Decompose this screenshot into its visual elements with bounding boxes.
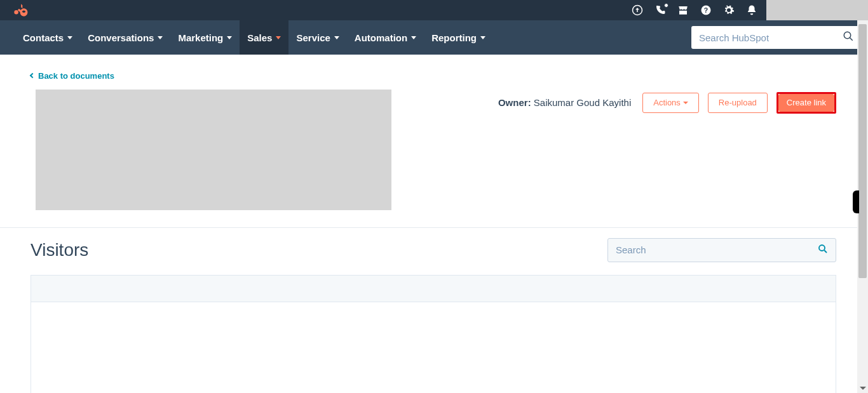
global-search [691, 26, 860, 49]
marketplace-icon[interactable] [677, 4, 689, 16]
chevron-down-icon [480, 36, 485, 39]
visitors-search-input[interactable] [607, 238, 836, 262]
nav-label: Marketing [178, 32, 223, 43]
visitors-search [607, 238, 836, 262]
calling-icon[interactable] [654, 4, 666, 16]
document-preview-placeholder [36, 90, 391, 210]
settings-icon[interactable] [723, 4, 735, 16]
create-link-highlight: Create link [776, 92, 836, 114]
upgrade-icon[interactable] [632, 4, 643, 16]
nav-automation[interactable]: Automation [347, 20, 424, 55]
owner-label: Owner: [498, 97, 531, 108]
nav-label: Automation [355, 32, 407, 43]
chevron-down-icon [67, 36, 72, 39]
nav-label: Reporting [431, 32, 477, 43]
visitors-table [31, 275, 836, 394]
chevron-down-icon [411, 36, 416, 39]
owner-display: Owner: Saikumar Goud Kayithi [498, 97, 631, 108]
nav-conversations[interactable]: Conversations [80, 20, 170, 55]
chevron-down-icon [158, 36, 163, 39]
document-actions: Owner: Saikumar Goud Kayithi Actions Re-… [498, 92, 836, 114]
primary-nav: Contacts Conversations Marketing Sales S… [0, 20, 868, 55]
nav-marketing[interactable]: Marketing [170, 20, 240, 55]
nav-label: Sales [247, 32, 272, 43]
global-search-input[interactable] [691, 26, 860, 49]
visitors-table-header [31, 276, 836, 302]
chevron-down-icon [334, 36, 339, 39]
nav-contacts[interactable]: Contacts [15, 20, 80, 55]
visitors-table-body [31, 302, 836, 394]
nav-reporting[interactable]: Reporting [424, 20, 493, 55]
create-link-button[interactable]: Create link [778, 94, 834, 112]
notifications-icon[interactable] [746, 4, 757, 16]
actions-dropdown[interactable]: Actions [642, 93, 699, 113]
chevron-down-icon [276, 36, 281, 39]
visitors-section: Visitors [0, 238, 868, 394]
nav-sales[interactable]: Sales [240, 20, 288, 55]
feedback-tab[interactable] [853, 190, 859, 213]
chevron-down-icon [683, 102, 688, 104]
visitors-heading: Visitors [31, 240, 88, 260]
page-content: Back to documents Owner: Saikumar Goud K… [0, 55, 868, 393]
hubspot-logo[interactable] [11, 3, 28, 19]
document-hero: Owner: Saikumar Goud Kayithi Actions Re-… [0, 90, 868, 228]
chevron-left-icon [30, 73, 35, 78]
nav-service[interactable]: Service [288, 20, 346, 55]
actions-label: Actions [653, 98, 681, 107]
back-label: Back to documents [38, 71, 114, 81]
scroll-down-arrow[interactable] [857, 382, 868, 393]
scrollbar-thumb[interactable] [858, 24, 867, 278]
reupload-label: Re-upload [719, 98, 757, 107]
account-menu[interactable] [766, 0, 868, 20]
create-link-label: Create link [787, 98, 826, 107]
svg-point-6 [819, 245, 825, 251]
svg-text:?: ? [704, 6, 708, 14]
back-to-documents-link[interactable]: Back to documents [31, 71, 114, 81]
reupload-button[interactable]: Re-upload [708, 93, 768, 113]
search-icon [817, 243, 829, 257]
chevron-down-icon [227, 36, 232, 39]
help-icon[interactable]: ? [700, 4, 712, 16]
topbar: ? [0, 0, 868, 20]
nav-label: Contacts [23, 32, 64, 43]
svg-point-0 [14, 10, 18, 14]
owner-name: Saikumar Goud Kayithi [534, 97, 631, 108]
topbar-actions: ? [632, 0, 761, 20]
nav-label: Service [296, 32, 330, 43]
nav-label: Conversations [88, 32, 154, 43]
svg-point-1 [21, 10, 27, 15]
